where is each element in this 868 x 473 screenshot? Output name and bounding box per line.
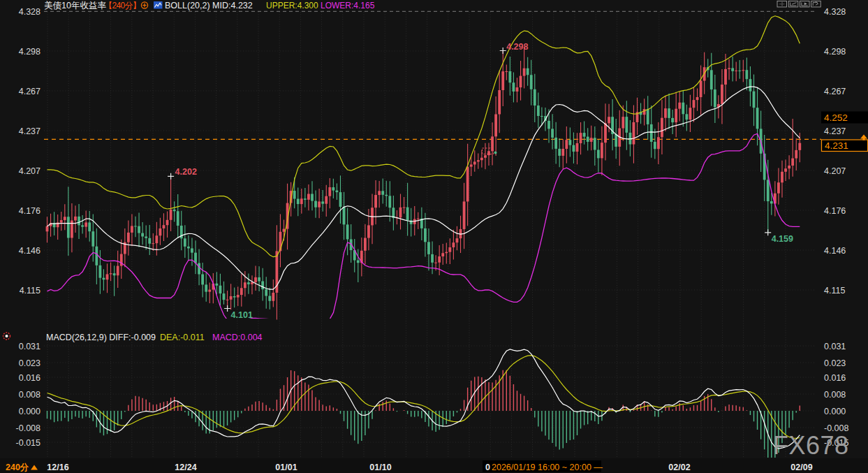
svg-text:02/09: 02/09	[790, 463, 812, 472]
svg-text:DEA:-0.011: DEA:-0.011	[160, 333, 205, 342]
svg-text:0.016: 0.016	[19, 373, 41, 383]
svg-text:FX678: FX678	[773, 431, 849, 460]
svg-text:0.000: 0.000	[824, 407, 846, 416]
svg-text:4.252: 4.252	[824, 112, 848, 123]
svg-text:4.202: 4.202	[175, 167, 197, 177]
svg-text:0.031: 0.031	[19, 342, 41, 351]
svg-text:4.237: 4.237	[824, 126, 846, 136]
svg-text:4.328: 4.328	[824, 7, 846, 17]
svg-text:2026/01/19 16:00 ~ 20:00 —: 2026/01/19 16:00 ~ 20:00 —	[492, 463, 603, 472]
svg-text:4.298: 4.298	[506, 42, 528, 52]
svg-text:02/02: 02/02	[668, 463, 690, 472]
svg-text:MACD(26,12,9) DIFF:-0.009: MACD(26,12,9) DIFF:-0.009	[46, 333, 156, 342]
svg-text:0.023: 0.023	[824, 358, 846, 368]
svg-text:美债10年收益率: 美债10年收益率	[44, 1, 106, 10]
svg-text:0.023: 0.023	[19, 358, 41, 368]
svg-text:0.031: 0.031	[824, 342, 846, 351]
svg-text:MACD:0.004: MACD:0.004	[212, 333, 263, 342]
svg-text:0: 0	[485, 463, 490, 472]
svg-text:01/01: 01/01	[275, 463, 297, 472]
svg-text:0.016: 0.016	[824, 373, 846, 383]
svg-text:4.267: 4.267	[824, 87, 846, 96]
svg-text:240分: 240分	[6, 463, 29, 472]
svg-text:12/24: 12/24	[175, 463, 196, 472]
svg-text:0.008: 0.008	[824, 390, 846, 400]
svg-text:LOWER:4.165: LOWER:4.165	[321, 1, 375, 10]
svg-text:4.146: 4.146	[824, 246, 846, 256]
svg-text:0.000: 0.000	[19, 407, 41, 416]
svg-text:4.176: 4.176	[824, 206, 846, 216]
svg-text:4.328: 4.328	[19, 7, 41, 17]
svg-text:4.231: 4.231	[825, 140, 848, 151]
svg-text:4.237: 4.237	[19, 126, 41, 136]
svg-text:4.115: 4.115	[20, 286, 41, 296]
svg-text:【240分】: 【240分】	[104, 1, 140, 10]
svg-text:-0.008: -0.008	[16, 423, 41, 433]
svg-text:4.101: 4.101	[231, 310, 253, 320]
svg-text:4.267: 4.267	[19, 87, 41, 96]
svg-text:4.146: 4.146	[19, 246, 41, 256]
svg-text:12/16: 12/16	[47, 463, 68, 472]
svg-text:0.008: 0.008	[19, 390, 41, 400]
svg-text:4.207: 4.207	[19, 166, 41, 176]
svg-text:01/10: 01/10	[369, 463, 391, 472]
svg-text:4.115: 4.115	[824, 286, 845, 296]
svg-text:4.298: 4.298	[824, 47, 846, 57]
svg-text:4.159: 4.159	[772, 234, 793, 244]
svg-text:BOLL(20,2) MID:4.232: BOLL(20,2) MID:4.232	[165, 1, 253, 10]
svg-text:4.298: 4.298	[19, 47, 41, 57]
svg-text:4.176: 4.176	[19, 206, 41, 216]
svg-text:-0.015: -0.015	[16, 438, 41, 448]
svg-text:4.207: 4.207	[824, 166, 846, 176]
svg-text:UPPER:4.300: UPPER:4.300	[266, 1, 318, 10]
